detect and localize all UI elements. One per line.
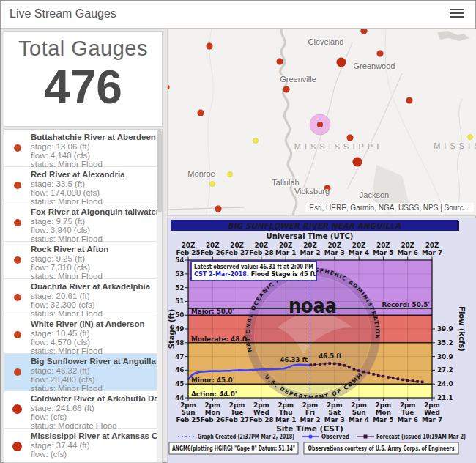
- gauge-stage: stage: 9.25 (ft): [31, 254, 157, 263]
- bottom-axis-hour: 2pm: [278, 401, 294, 409]
- gauge-list[interactable]: Buttahatchie River at Aberdeenstage: 13.…: [4, 129, 163, 463]
- stage-tick: 45: [175, 380, 184, 388]
- gauge-marker[interactable]: [207, 43, 213, 50]
- list-item[interactable]: Red River at Alexandriastage: 33.5 (ft)f…: [4, 167, 162, 204]
- gauge-name: Coldwater River at Arkabutla Dam: [31, 394, 157, 404]
- road-line: [206, 29, 213, 215]
- list-item[interactable]: White River (IN) at Andersonstage: 10.45…: [4, 316, 162, 354]
- top-axis-date: Mar 1: [275, 249, 296, 256]
- forecast-point: [392, 377, 395, 379]
- forecast-point: [362, 371, 365, 374]
- bottom-axis-day: Thu: [279, 409, 293, 416]
- bottom-axis-day: Sun: [182, 409, 196, 416]
- gauge-name: White River (IN) at Anderson: [31, 319, 157, 329]
- bottom-axis-day: Mon: [376, 409, 391, 416]
- gauge-marker-yellow[interactable]: [253, 138, 259, 144]
- list-item[interactable]: Ouachita River at Arkadelphiastage: 20.6…: [4, 279, 162, 316]
- top-axis-date: Mar 6: [398, 249, 418, 256]
- gauge-status-dot-icon: [14, 144, 21, 152]
- bottom-axis-day: Fri: [305, 409, 315, 416]
- list-item[interactable]: Coldwater River at Arkabutla Damstage: 2…: [4, 391, 162, 429]
- bottom-axis-hour: 2pm: [302, 401, 319, 409]
- bottom-axis-day: Tue: [231, 409, 243, 416]
- stage-tick: 47: [175, 353, 184, 360]
- gauge-marker[interactable]: [168, 84, 170, 91]
- top-axis-date: Feb 26: [201, 249, 225, 256]
- gauge-marker-large[interactable]: [353, 158, 362, 167]
- gauge-name: Fox River at Algonquin tailwater: [31, 207, 157, 217]
- bottom-axis-date: Feb 27: [225, 416, 249, 423]
- bottom-axis-hour: 2pm: [229, 401, 245, 409]
- list-item[interactable]: Big Sunflower River at Anguillastage: 46…: [4, 354, 162, 391]
- gauge-marker[interactable]: [283, 86, 290, 93]
- gauge-marker[interactable]: [198, 110, 204, 116]
- stage-tick: 46: [175, 366, 184, 374]
- state-boundary: [168, 207, 244, 210]
- stage-tick: 48: [175, 339, 184, 347]
- gauge-marker-large[interactable]: [337, 58, 346, 67]
- gauge-marker[interactable]: [377, 51, 384, 57]
- bottom-axis-date: Feb 28: [249, 416, 273, 423]
- latest-observed-line2: CST 2-Mar-2018. Flood Stage is 45 ft: [194, 271, 316, 278]
- gauge-status-dot-icon: [12, 442, 22, 451]
- forecast-point: [387, 376, 390, 379]
- bottom-axis-hour: 2pm: [205, 401, 221, 409]
- gauge-marker[interactable]: [277, 59, 283, 65]
- stage-tick: 52: [175, 284, 184, 292]
- top-axis-label: Universal Time (UTC): [267, 232, 354, 240]
- top-axis-hour: 20Z: [206, 242, 220, 249]
- bottom-axis-hour: 2pm: [376, 401, 392, 409]
- bottom-axis-day: Tue: [401, 409, 414, 416]
- gauge-status-dot-icon: [14, 182, 21, 189]
- gauge-flow: flow: 28,400 (cfs): [31, 375, 157, 384]
- selected-gauge-marker[interactable]: [317, 122, 323, 127]
- gauge-marker[interactable]: [347, 135, 354, 141]
- zone-label-major: Major: 50.0': [191, 308, 234, 315]
- forecast-point: [377, 374, 380, 377]
- gauge-stage: stage: 10.45 (ft): [31, 329, 157, 338]
- top-axis-date: Mar 3: [324, 249, 345, 256]
- flow-tick: 35.2: [437, 339, 453, 347]
- list-scrollbar[interactable]: [157, 130, 162, 462]
- gauge-marker-yellow[interactable]: [228, 172, 233, 177]
- gauge-marker[interactable]: [361, 29, 368, 34]
- top-axis-hour: 20Z: [425, 242, 439, 249]
- forecast-point: [309, 363, 312, 366]
- forecast-point: [412, 379, 414, 382]
- list-item[interactable]: Rock River at Aftonstage: 9.25 (ft)flow:…: [4, 242, 162, 279]
- list-item[interactable]: Fox River at Algonquin tailwaterstage: 9…: [4, 204, 162, 242]
- gauge-marker-yellow[interactable]: [210, 182, 215, 187]
- flow-tick: 27.2: [437, 366, 453, 374]
- forecast-point: [319, 363, 321, 366]
- gauge-marker[interactable]: [215, 206, 222, 212]
- flow-tick: 30.9: [437, 353, 453, 360]
- top-axis-hour: 20Z: [182, 242, 196, 249]
- point-label: 46.5 ft: [319, 352, 342, 360]
- gauge-marker[interactable]: [406, 97, 413, 104]
- state-label: MISSISS: [434, 141, 476, 150]
- gauge-name: Rock River at Afton: [31, 245, 157, 254]
- gauge-status-dot-icon: [14, 368, 21, 376]
- total-gauges-card: Total Gauges 476: [4, 31, 163, 127]
- bottom-axis-date: Mar 4: [349, 416, 369, 423]
- top-axis-hour: 20Z: [255, 242, 269, 249]
- hamburger-menu-icon[interactable]: [450, 9, 464, 19]
- bottom-axis-hour: 2pm: [253, 401, 269, 409]
- scrollbar-thumb[interactable]: [157, 130, 162, 212]
- gauge-flow: flow: 7,310 (cfs): [31, 263, 157, 272]
- bottom-axis-hour: 2pm: [400, 401, 416, 409]
- gauge-flow: flow: 3,940 (cfs): [31, 226, 157, 234]
- gauge-marker-yellow[interactable]: [468, 135, 473, 140]
- forecast-point: [353, 368, 356, 371]
- app-window: Live Stream Gauges Total Gauges 476 Butt…: [0, 0, 476, 463]
- list-item[interactable]: Buttahatchie River at Aberdeenstage: 13.…: [4, 130, 162, 167]
- total-gauges-value: 476: [4, 64, 162, 111]
- legend-created: Graph Created (2:37PM Mar 2, 2018): [198, 433, 294, 440]
- top-axis-hour: 20Z: [327, 242, 341, 249]
- forecast-point: [328, 362, 331, 365]
- list-item[interactable]: Mississippi River at Arkansas Citystage:…: [4, 429, 162, 463]
- map-canvas[interactable]: ClevelandGreenvilleGreenwoodMonroeTallul…: [167, 29, 476, 216]
- forecast-point: [343, 364, 346, 367]
- city-label: Greenville: [280, 75, 316, 84]
- total-gauges-label: Total Gauges: [4, 37, 162, 61]
